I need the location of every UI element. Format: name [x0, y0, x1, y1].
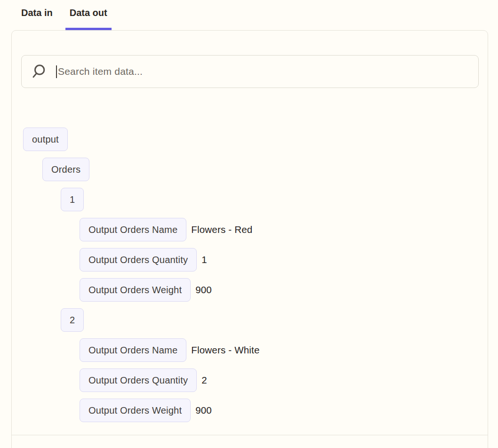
- field-value: Flowers - White: [191, 344, 259, 356]
- tree-row: 1: [61, 188, 488, 211]
- tree-row: Orders: [42, 158, 488, 181]
- text-cursor: [56, 65, 57, 78]
- search-icon: [31, 64, 47, 80]
- pill-order-index-2[interactable]: 2: [61, 308, 84, 332]
- search-input[interactable]: [58, 66, 478, 77]
- field-value: 900: [195, 284, 212, 296]
- tree-row: Output Orders Quantity 2: [80, 368, 488, 392]
- pill-output-orders-name[interactable]: Output Orders Name: [80, 218, 186, 241]
- pill-output-orders-quantity[interactable]: Output Orders Quantity: [80, 368, 197, 392]
- tree-row: Output Orders Name Flowers - White: [80, 338, 488, 362]
- field-value: Flowers - Red: [191, 224, 252, 235]
- pill-output-orders-name[interactable]: Output Orders Name: [80, 338, 186, 362]
- tab-data-out[interactable]: Data out: [65, 8, 112, 30]
- field-value: 900: [195, 405, 212, 416]
- tree-row: Output Orders Weight 900: [80, 278, 488, 302]
- field-value: 1: [201, 254, 207, 265]
- pill-output[interactable]: output: [23, 128, 68, 151]
- tree-row: 2: [61, 308, 488, 332]
- tree-row: output: [23, 128, 488, 151]
- pill-output-orders-weight[interactable]: Output Orders Weight: [80, 399, 191, 422]
- pill-output-orders-weight[interactable]: Output Orders Weight: [80, 278, 191, 302]
- pill-orders[interactable]: Orders: [42, 158, 89, 181]
- tab-bar: Data in Data out: [0, 0, 498, 30]
- data-tree: output Orders 1 Output Orders Name Flowe…: [23, 128, 488, 422]
- pill-output-orders-quantity[interactable]: Output Orders Quantity: [80, 248, 197, 272]
- pill-order-index-1[interactable]: 1: [61, 188, 84, 211]
- tree-row: Output Orders Weight 900: [80, 399, 488, 422]
- data-out-panel: output Orders 1 Output Orders Name Flowe…: [11, 30, 488, 448]
- search-bar[interactable]: [21, 55, 479, 88]
- field-value: 2: [201, 375, 207, 386]
- panel-divider: [12, 435, 488, 435]
- tree-row: Output Orders Name Flowers - Red: [80, 218, 488, 241]
- tab-data-in[interactable]: Data in: [17, 8, 57, 30]
- tree-row: Output Orders Quantity 1: [80, 248, 488, 272]
